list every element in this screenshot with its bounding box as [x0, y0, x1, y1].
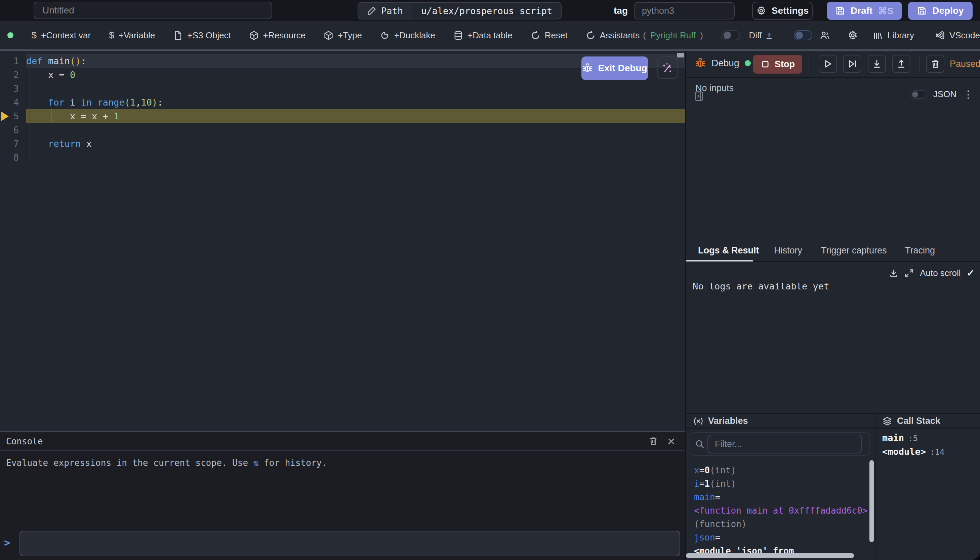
multiplayer-toggle[interactable]	[794, 30, 812, 40]
active-tab-underline	[686, 260, 753, 262]
variable-row[interactable]: i = 1 (int)	[694, 477, 865, 490]
paren: (	[643, 30, 646, 41]
tab-logs-result[interactable]: Logs & Result	[698, 245, 759, 256]
toolbar-item-ducklake[interactable]: +Ducklake	[380, 30, 435, 41]
toolbar-item-label: Reset	[545, 30, 567, 41]
ai-wand-button[interactable]	[657, 57, 677, 79]
debug-title: Debug	[695, 57, 751, 69]
variable-row[interactable]: <function main at 0xffffadadd6c0>	[694, 504, 865, 517]
json-toggle[interactable]	[910, 90, 927, 99]
tag-input[interactable]	[634, 2, 735, 20]
toolbar-item-type[interactable]: +Type	[324, 30, 362, 41]
debug-header-row: Debug Stop Paused	[686, 51, 980, 78]
call-stack-frame[interactable]: main:5	[882, 433, 944, 447]
scrollbar-vertical[interactable]	[869, 460, 874, 542]
variable-row[interactable]: main =	[694, 490, 865, 504]
code-text: x = x + 1	[26, 111, 119, 121]
stop-button[interactable]: Stop	[753, 55, 802, 73]
code-line-6[interactable]: 6	[0, 123, 685, 137]
code-line-8[interactable]: 8	[0, 151, 685, 164]
step-out-button[interactable]	[892, 55, 910, 73]
console-input[interactable]	[20, 531, 680, 556]
toolbar-item-reset[interactable]: Reset	[531, 30, 567, 41]
download-icon[interactable]	[889, 268, 898, 278]
code-line-4[interactable]: 4 for i in range(1,10):	[0, 95, 685, 109]
code-line-5[interactable]: 5 x = x + 1	[0, 109, 685, 123]
people-icon[interactable]	[820, 30, 830, 41]
line-number[interactable]: 2	[0, 70, 26, 80]
editor-scrollbar-thumb[interactable]	[677, 53, 684, 57]
step-into-icon	[872, 59, 882, 69]
variable-row[interactable]: x = 0 (int)	[694, 463, 865, 477]
variable-row[interactable]: (function)	[694, 517, 865, 531]
draft-shortcut: ⌘S	[878, 5, 893, 17]
tab-tracing[interactable]: Tracing	[905, 245, 935, 256]
clear-button[interactable]	[926, 55, 944, 73]
kebab-menu-icon[interactable]: ⋮	[963, 88, 973, 100]
line-number[interactable]: 4	[0, 97, 26, 108]
autoscroll-label: Auto scroll	[920, 268, 960, 278]
exit-debug-button[interactable]: Exit Debug	[581, 57, 648, 80]
gear-icon[interactable]	[848, 30, 858, 41]
close-icon[interactable]: ✕	[667, 436, 676, 447]
library-label: Library	[887, 30, 914, 41]
call-stack-title: Call Stack	[882, 416, 940, 426]
tab-history[interactable]: History	[774, 245, 802, 256]
line-number[interactable]: 3	[0, 83, 26, 94]
call-stack-frame[interactable]: <module>:14	[882, 447, 944, 460]
path-value[interactable]: u/alex/prosperous_script	[413, 3, 561, 19]
toolbar-item-datatable[interactable]: +Data table	[453, 30, 512, 41]
layers-icon	[882, 416, 892, 426]
line-number[interactable]: 8	[0, 152, 26, 163]
code-line-3[interactable]: 3	[0, 82, 685, 95]
panel-icon	[693, 90, 705, 102]
continue-button[interactable]	[819, 55, 837, 73]
separator	[920, 56, 920, 72]
variables-section: Variables Call Stack x = 0 (int)i = 1 (i…	[686, 413, 980, 560]
variable-row[interactable]: json =	[694, 531, 865, 544]
script-name-input[interactable]	[33, 2, 272, 19]
no-logs-text: No logs are available yet	[693, 281, 829, 292]
scrollbar-horizontal[interactable]	[686, 553, 854, 558]
line-highlight	[26, 109, 685, 123]
library-button[interactable]: Library	[873, 30, 914, 41]
path-group: Path u/alex/prosperous_script	[358, 2, 562, 20]
line-number[interactable]: 1	[0, 56, 26, 66]
trash-icon[interactable]	[649, 436, 658, 446]
filter-input[interactable]	[707, 435, 862, 453]
draft-button[interactable]: Draft ⌘S	[827, 2, 902, 20]
stop-label: Stop	[775, 59, 795, 70]
step-over-icon	[847, 59, 857, 69]
bug-icon	[582, 63, 593, 73]
json-label: JSON	[933, 89, 957, 100]
toolbar-item-contextvar[interactable]: $+Context var	[32, 30, 91, 41]
path-button[interactable]: Path	[358, 3, 413, 19]
toolbar-item-s3object[interactable]: +S3 Object	[173, 30, 231, 41]
gear-icon	[756, 6, 766, 16]
debug-panel: Debug Stop Paused	[685, 51, 980, 560]
variables-title: Variables	[693, 416, 748, 426]
editor-toolbar: $+Context var$+Variable+S3 Object+Resour…	[0, 21, 980, 50]
dollar-icon: $	[32, 30, 37, 41]
toolbar-item-resource[interactable]: +Resource	[249, 30, 306, 41]
toolbar-item-assistants[interactable]: Assistants	[586, 30, 640, 41]
console-header: Console ✕	[0, 432, 685, 451]
step-into-button[interactable]	[868, 55, 886, 73]
code-editor[interactable]: 1def main():2 x = 034 for i in range(1,1…	[0, 51, 685, 431]
variables-header-row: Variables Call Stack	[686, 414, 980, 428]
settings-button[interactable]: Settings	[752, 2, 813, 20]
result-tabs: Logs & ResultHistoryTrigger capturesTrac…	[686, 241, 980, 262]
vscode-button[interactable]: VScode	[935, 30, 980, 41]
expand-icon[interactable]	[904, 268, 914, 278]
line-number[interactable]: 6	[0, 125, 26, 135]
diff-toggle[interactable]	[722, 30, 740, 40]
step-over-button[interactable]	[843, 55, 861, 73]
toolbar-item-variable[interactable]: $+Variable	[109, 30, 155, 41]
deploy-button[interactable]: Deploy	[908, 2, 973, 20]
console-prompt: >	[4, 537, 10, 548]
code-line-7[interactable]: 7 return x	[0, 137, 685, 151]
tab-trigger-captures[interactable]: Trigger captures	[821, 245, 887, 256]
debug-title-label: Debug	[712, 58, 739, 68]
line-number[interactable]: 7	[0, 138, 26, 149]
check-icon[interactable]: ✓	[967, 268, 975, 279]
